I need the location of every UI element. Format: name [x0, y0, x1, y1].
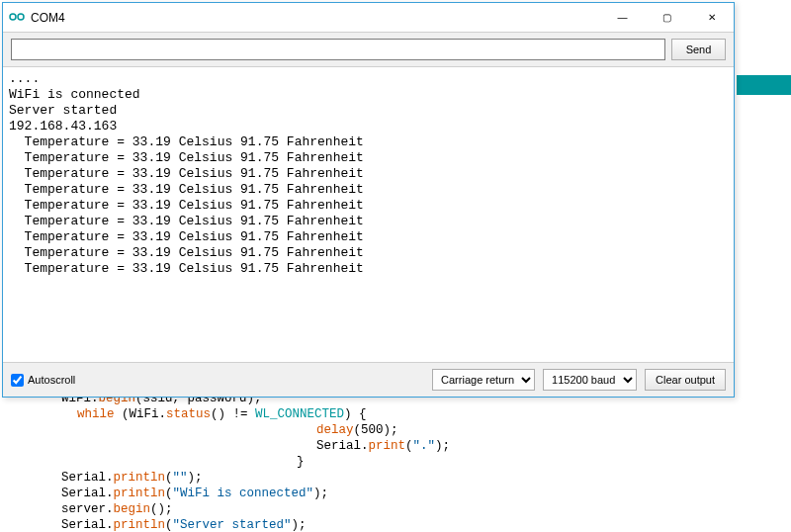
line-ending-select[interactable]: Carriage return [432, 369, 535, 391]
minimize-button[interactable]: — [600, 3, 645, 32]
maximize-button[interactable]: ▢ [645, 3, 689, 32]
serial-monitor-window: COM4 — ▢ ✕ Send .... WiFi is connected S… [2, 2, 735, 398]
autoscroll-checkbox-input[interactable] [11, 374, 24, 387]
window-controls: — ▢ ✕ [600, 3, 734, 32]
window-title: COM4 [31, 11, 600, 25]
ide-toolbar-fragment [737, 75, 791, 95]
serial-bottom-bar: Autoscroll Carriage return 115200 baud C… [3, 362, 734, 397]
serial-input[interactable] [11, 39, 665, 60]
svg-point-1 [18, 14, 24, 20]
autoscroll-label: Autoscroll [28, 374, 75, 386]
send-button[interactable]: Send [671, 39, 726, 60]
svg-point-0 [10, 14, 16, 20]
serial-input-bar: Send [3, 33, 734, 67]
titlebar[interactable]: COM4 — ▢ ✕ [3, 3, 734, 33]
clear-output-button[interactable]: Clear output [645, 369, 726, 391]
serial-console[interactable]: .... WiFi is connected Server started 19… [3, 67, 734, 362]
baud-rate-select[interactable]: 115200 baud [543, 369, 637, 391]
autoscroll-checkbox[interactable]: Autoscroll [11, 374, 75, 387]
code-editor[interactable]: WiFi.begin(ssid, password);while (WiFi.s… [0, 391, 791, 532]
arduino-icon [9, 10, 25, 26]
close-button[interactable]: ✕ [689, 3, 734, 32]
